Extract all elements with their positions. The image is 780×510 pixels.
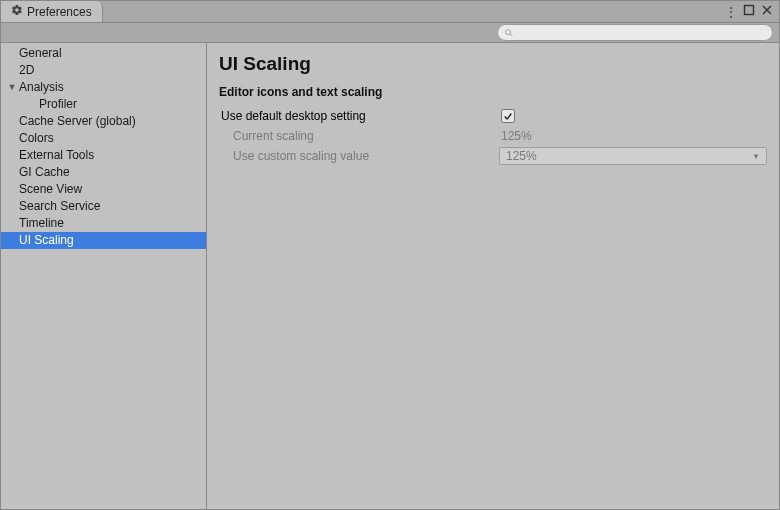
sidebar-item-label: Colors: [19, 131, 54, 146]
sidebar-item-label: External Tools: [19, 148, 94, 163]
titlebar-controls: ⋮: [725, 4, 779, 19]
search-input[interactable]: [514, 27, 766, 39]
use-default-label: Use default desktop setting: [219, 109, 501, 123]
use-default-checkbox[interactable]: [501, 109, 515, 123]
sidebar-item-colors[interactable]: Colors: [1, 130, 206, 147]
gear-icon: [11, 4, 23, 19]
sidebar-item-analysis[interactable]: ▼Analysis: [1, 79, 206, 96]
body: General 2D ▼Analysis Profiler Cache Serv…: [1, 43, 779, 509]
sidebar-item-search-service[interactable]: Search Service: [1, 198, 206, 215]
sidebar-item-label: General: [19, 46, 62, 61]
current-scaling-value: 125%: [501, 129, 532, 143]
search-icon: [504, 24, 514, 42]
sidebar-item-label: Cache Server (global): [19, 114, 136, 129]
custom-scaling-label: Use custom scaling value: [219, 149, 499, 163]
svg-point-3: [506, 29, 511, 34]
search-box[interactable]: [497, 24, 773, 41]
maximize-icon[interactable]: [743, 4, 755, 19]
tab-preferences[interactable]: Preferences: [1, 1, 103, 22]
sidebar-item-timeline[interactable]: Timeline: [1, 215, 206, 232]
titlebar: Preferences ⋮: [1, 1, 779, 23]
section-title: Editor icons and text scaling: [219, 85, 767, 99]
field-use-default: Use default desktop setting: [219, 107, 767, 125]
sidebar-item-cache-server[interactable]: Cache Server (global): [1, 113, 206, 130]
sidebar-item-label: GI Cache: [19, 165, 70, 180]
sidebar-item-2d[interactable]: 2D: [1, 62, 206, 79]
menu-icon[interactable]: ⋮: [725, 5, 737, 19]
field-custom-scaling: Use custom scaling value 125% ▼: [219, 147, 767, 165]
dropdown-value: 125%: [506, 149, 537, 163]
close-icon[interactable]: [761, 4, 773, 19]
sidebar-item-label: Profiler: [39, 97, 77, 112]
sidebar-item-scene-view[interactable]: Scene View: [1, 181, 206, 198]
disclosure-triangle-icon: ▼: [7, 80, 17, 95]
main-panel: UI Scaling Editor icons and text scaling…: [207, 43, 779, 509]
sidebar-item-label: Timeline: [19, 216, 64, 231]
page-title: UI Scaling: [219, 53, 767, 75]
svg-rect-0: [745, 6, 754, 15]
sidebar-item-external-tools[interactable]: External Tools: [1, 147, 206, 164]
checkmark-icon: [503, 111, 513, 121]
current-scaling-label: Current scaling: [219, 129, 501, 143]
sidebar-item-label: UI Scaling: [19, 233, 74, 248]
sidebar-item-label: Scene View: [19, 182, 82, 197]
sidebar-item-gi-cache[interactable]: GI Cache: [1, 164, 206, 181]
sidebar-item-label: Search Service: [19, 199, 100, 214]
chevron-down-icon: ▼: [752, 152, 760, 161]
toolbar: [1, 23, 779, 43]
sidebar-item-general[interactable]: General: [1, 45, 206, 62]
sidebar-item-profiler[interactable]: Profiler: [1, 96, 206, 113]
field-current-scaling: Current scaling 125%: [219, 127, 767, 145]
svg-line-4: [510, 34, 512, 36]
sidebar: General 2D ▼Analysis Profiler Cache Serv…: [1, 43, 207, 509]
sidebar-item-ui-scaling[interactable]: UI Scaling: [1, 232, 206, 249]
sidebar-item-label: Analysis: [19, 80, 64, 95]
preferences-window: Preferences ⋮ General 2D ▼Analysis Profi…: [0, 0, 780, 510]
tab-title: Preferences: [27, 5, 92, 19]
custom-scaling-dropdown: 125% ▼: [499, 147, 767, 165]
sidebar-item-label: 2D: [19, 63, 34, 78]
